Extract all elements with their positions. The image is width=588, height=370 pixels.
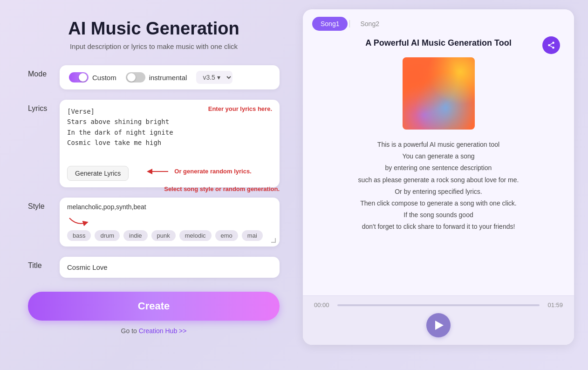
style-tags: bass drum indie punk melodic emo mai — [67, 230, 272, 241]
lyrics-box: Enter your lyrics here. [Verse] Stars ab… — [60, 100, 280, 187]
style-tag-drum[interactable]: drum — [95, 230, 120, 241]
song-title: A Powerful AI Music Generation Tool — [365, 38, 511, 48]
custom-toggle[interactable] — [69, 72, 89, 82]
player-controls — [314, 313, 563, 337]
style-content: Select song style or random generation. — [60, 198, 280, 247]
left-panel: AI Music Generation Input description or… — [9, 9, 298, 344]
share-button[interactable] — [542, 36, 560, 54]
style-tag-emo[interactable]: emo — [215, 230, 238, 241]
desc-line-2: You can generate a song — [358, 151, 519, 162]
tab-song2[interactable]: Song2 — [352, 17, 387, 31]
style-row: Style Select song style or random genera… — [28, 198, 280, 247]
lyrics-hint-enter: Enter your lyrics here. — [208, 105, 272, 112]
tab-song1[interactable]: Song1 — [312, 17, 348, 31]
share-icon — [547, 41, 555, 49]
lyrics-label: Lyrics — [28, 100, 52, 113]
title-row: Title — [28, 257, 280, 278]
title-input[interactable] — [60, 257, 280, 278]
desc-line-8: don't forget to click share to forward i… — [358, 221, 519, 233]
style-tag-indie[interactable]: indie — [123, 230, 147, 241]
custom-toggle-wrap: Custom — [69, 72, 116, 82]
svg-point-2 — [552, 47, 554, 49]
custom-toggle-knob — [79, 73, 87, 82]
right-wrapper: Song1 Song2 A Powerful AI Music Generati… — [298, 9, 579, 345]
player-bar: 00:00 01:59 — [303, 295, 574, 345]
creation-hub-text: Go to — [121, 327, 137, 335]
lyrics-textarea[interactable]: [Verse] Stars above shining bright In th… — [67, 106, 272, 158]
lyrics-content: Enter your lyrics here. [Verse] Stars ab… — [60, 100, 280, 187]
creation-hub-anchor[interactable]: Creation Hub >> — [139, 327, 187, 335]
page-title: AI Music Generation — [28, 19, 280, 39]
custom-label: Custom — [92, 74, 116, 82]
title-content — [60, 257, 280, 278]
album-art-image — [403, 57, 475, 130]
generate-lyrics-button[interactable]: Generate Lyrics — [67, 166, 129, 181]
style-tag-bass[interactable]: bass — [67, 230, 91, 241]
resize-handle — [271, 238, 276, 243]
generate-arrow-icon — [143, 165, 171, 178]
style-label: Style — [28, 198, 52, 211]
style-box: bass drum indie punk melodic emo mai — [60, 198, 280, 247]
style-input[interactable] — [67, 203, 272, 214]
mode-container: Custom instrumental v3.5 ▾ v3.0 v4.0 — [60, 65, 280, 89]
song-tabs: Song1 Song2 — [303, 9, 574, 31]
style-hint: Select song style or random generation. — [164, 185, 280, 192]
play-button[interactable] — [426, 313, 451, 337]
instrumental-toggle-wrap: instrumental — [126, 72, 187, 82]
right-panel: Song1 Song2 A Powerful AI Music Generati… — [303, 9, 574, 345]
svg-point-1 — [548, 44, 550, 47]
title-label: Title — [28, 257, 52, 270]
svg-line-3 — [550, 46, 552, 47]
create-button[interactable]: Create — [28, 292, 280, 321]
time-start: 00:00 — [314, 301, 332, 308]
instrumental-toggle-knob — [127, 73, 136, 82]
mode-content: Custom instrumental v3.5 ▾ v3.0 v4.0 — [60, 65, 280, 89]
desc-line-3: by entering one sentence description — [358, 162, 519, 174]
style-arrow-icon — [67, 214, 90, 227]
style-tag-punk[interactable]: punk — [151, 230, 176, 241]
page-subtitle: Input description or lyrics to make musi… — [28, 42, 280, 50]
album-art — [403, 57, 475, 130]
desc-line-5: Or by entering specified lyrics. — [358, 186, 519, 198]
desc-line-1: This is a powerful AI music generation t… — [358, 139, 519, 151]
creation-hub-link: Go to Creation Hub >> — [28, 327, 280, 335]
play-icon — [435, 321, 444, 330]
desc-line-4: such as please generate a rock song abou… — [358, 174, 519, 186]
lyrics-row: Lyrics Enter your lyrics here. [Verse] S… — [28, 100, 280, 187]
version-select[interactable]: v3.5 ▾ v3.0 v4.0 — [196, 71, 232, 84]
style-tag-mai[interactable]: mai — [242, 230, 263, 241]
song-description: This is a powerful AI music generation t… — [358, 139, 519, 233]
svg-point-0 — [552, 42, 554, 44]
instrumental-label: instrumental — [149, 74, 187, 82]
desc-line-6: Then click compose to generate a song wi… — [358, 198, 519, 209]
time-track: 00:00 01:59 — [314, 301, 563, 308]
style-tag-melodic[interactable]: melodic — [179, 230, 212, 241]
instrumental-toggle[interactable] — [126, 72, 145, 82]
progress-bar[interactable] — [337, 304, 540, 306]
mode-row: Mode Custom instrumental v3.5 ▾ v — [28, 65, 280, 89]
svg-line-4 — [550, 43, 552, 45]
desc-line-7: If the song sounds good — [358, 209, 519, 221]
song-content: A Powerful AI Music Generation Tool This… — [303, 31, 574, 295]
mode-label: Mode — [28, 65, 52, 78]
lyrics-hint-generate: Or generate random lyrics. — [174, 168, 251, 175]
tab-divider — [349, 20, 350, 27]
time-end: 01:59 — [545, 301, 563, 308]
